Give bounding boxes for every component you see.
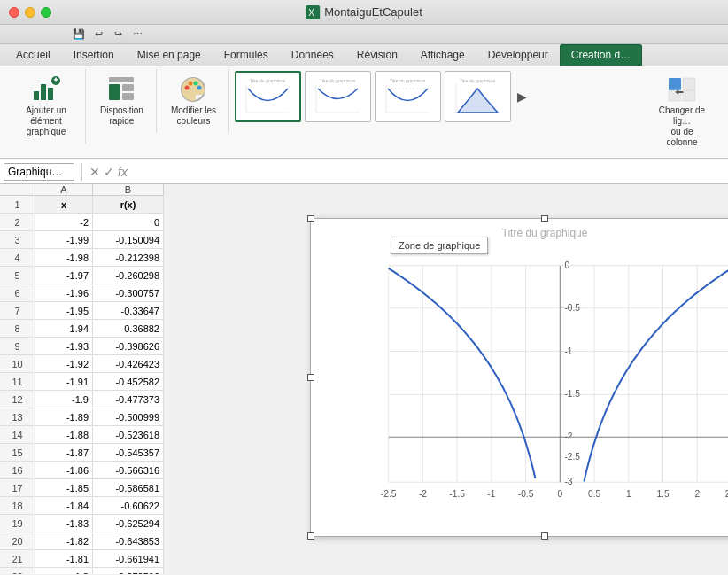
cell-rx-20[interactable]: -0.643853 xyxy=(93,532,164,550)
cell-rx-11[interactable]: -0.452582 xyxy=(93,373,164,391)
row-num-8: 8 xyxy=(0,320,35,338)
col-header-A[interactable]: A xyxy=(35,184,93,195)
row-num-1: 1 xyxy=(0,196,35,214)
cancel-icon[interactable]: ✕ xyxy=(89,165,100,179)
save-btn[interactable]: 💾 xyxy=(71,27,87,43)
ribbon-group-right: Changer de lig… ou de colonne xyxy=(643,69,721,154)
modifier-couleurs-btn[interactable]: Modifier les couleurs xyxy=(166,73,221,129)
cell-x-17[interactable]: -1.85 xyxy=(35,479,93,497)
col-header-B[interactable]: B xyxy=(93,184,164,195)
tab-affichage[interactable]: Affichage xyxy=(409,44,476,66)
svg-text:-3: -3 xyxy=(564,477,572,486)
cell-x-1[interactable]: x xyxy=(35,196,93,214)
cell-x-21[interactable]: -1.81 xyxy=(35,550,93,568)
cell-rx-21[interactable]: -0.661941 xyxy=(93,550,164,568)
ajouter-element-label: Ajouter un élément graphique xyxy=(19,105,73,137)
row-num-19: 19 xyxy=(0,515,35,532)
redo-btn[interactable]: ↪ xyxy=(110,27,126,43)
chart-thumb-2[interactable]: Titre du graphique xyxy=(305,71,371,122)
row-num-18: 18 xyxy=(0,497,35,515)
chart-thumb-3[interactable]: Titre du graphique xyxy=(375,71,441,122)
table-row: -1.92-0.426423 xyxy=(35,355,164,373)
cell-rx-17[interactable]: -0.586581 xyxy=(93,479,164,497)
cell-x-7[interactable]: -1.95 xyxy=(35,302,93,320)
formula-bar: ✕ ✓ fx xyxy=(0,159,728,184)
undo-btn[interactable]: ↩ xyxy=(90,27,106,43)
svg-rect-2 xyxy=(41,84,46,100)
table-row: -1.8-0.679596 xyxy=(35,568,164,574)
tab-insertion[interactable]: Insertion xyxy=(62,44,126,66)
ajouter-element-btn[interactable]: Ajouter un élément graphique xyxy=(14,73,78,140)
cell-x-13[interactable]: -1.89 xyxy=(35,408,93,426)
cell-x-12[interactable]: -1.9 xyxy=(35,391,93,408)
cell-x-22[interactable]: -1.8 xyxy=(35,568,93,574)
cell-x-15[interactable]: -1.87 xyxy=(35,444,93,462)
tab-donnees[interactable]: Données xyxy=(280,44,345,66)
table-row: -1.9-0.477373 xyxy=(35,391,164,408)
cell-rx-9[interactable]: -0.398626 xyxy=(93,338,164,355)
cell-rx-14[interactable]: -0.523618 xyxy=(93,426,164,444)
cell-x-5[interactable]: -1.97 xyxy=(35,267,93,284)
tab-mise-en-page[interactable]: Mise en page xyxy=(126,44,213,66)
cell-x-14[interactable]: -1.88 xyxy=(35,426,93,444)
cell-x-11[interactable]: -1.91 xyxy=(35,373,93,391)
cell-rx-8[interactable]: -0.36882 xyxy=(93,320,164,338)
cell-rx-22[interactable]: -0.679596 xyxy=(93,568,164,574)
cell-x-16[interactable]: -1.86 xyxy=(35,462,93,479)
chart-thumb-1[interactable]: Titre du graphique xyxy=(235,71,301,122)
row-num-15: 15 xyxy=(0,444,35,462)
minimize-button[interactable] xyxy=(25,7,35,18)
table-row: -1.84-0.60622 xyxy=(35,497,164,515)
cell-x-20[interactable]: -1.82 xyxy=(35,532,93,550)
cell-x-8[interactable]: -1.94 xyxy=(35,320,93,338)
maximize-button[interactable] xyxy=(41,7,51,18)
cell-rx-6[interactable]: -0.300757 xyxy=(93,284,164,302)
cell-rx-4[interactable]: -0.212398 xyxy=(93,249,164,267)
changer-ligne-colonne-btn[interactable]: Changer de lig… ou de colonne xyxy=(650,73,714,151)
svg-text:Titre du graphique: Titre du graphique xyxy=(460,78,496,83)
cell-rx-2[interactable]: 0 xyxy=(93,214,164,231)
tab-formules[interactable]: Formules xyxy=(213,44,280,66)
tab-accueil[interactable]: Accueil xyxy=(4,44,62,66)
table-row: -1.96-0.300757 xyxy=(35,284,164,302)
formula-input[interactable] xyxy=(131,166,724,178)
cell-x-2[interactable]: -2 xyxy=(35,214,93,231)
row-num-7: 7 xyxy=(0,302,35,320)
cell-x-10[interactable]: -1.92 xyxy=(35,355,93,373)
svg-text:X: X xyxy=(308,8,314,18)
tab-revision[interactable]: Révision xyxy=(345,44,409,66)
chart-container[interactable]: Titre du graphique Zone de graphique xyxy=(310,218,728,537)
cell-x-9[interactable]: -1.93 xyxy=(35,338,93,355)
cell-x-19[interactable]: -1.83 xyxy=(35,515,93,532)
cell-rx-1[interactable]: r(x) xyxy=(93,196,164,214)
svg-text:-0.5: -0.5 xyxy=(564,303,580,313)
cell-rx-7[interactable]: -0.33647 xyxy=(93,302,164,320)
name-box[interactable] xyxy=(4,163,74,181)
cell-x-18[interactable]: -1.84 xyxy=(35,497,93,515)
tab-creation[interactable]: Création d… xyxy=(560,44,642,66)
more-btn[interactable]: ⋯ xyxy=(129,27,145,43)
cell-rx-12[interactable]: -0.477373 xyxy=(93,391,164,408)
close-button[interactable] xyxy=(9,7,19,18)
cell-x-3[interactable]: -1.99 xyxy=(35,231,93,249)
cell-rx-16[interactable]: -0.566316 xyxy=(93,462,164,479)
cell-rx-19[interactable]: -0.625294 xyxy=(93,515,164,532)
cell-rx-15[interactable]: -0.545357 xyxy=(93,444,164,462)
cell-rx-18[interactable]: -0.60622 xyxy=(93,497,164,515)
cell-rx-10[interactable]: -0.426423 xyxy=(93,355,164,373)
chart-thumb-4[interactable]: Titre du graphique xyxy=(445,71,511,122)
cell-rx-5[interactable]: -0.260298 xyxy=(93,267,164,284)
table-row: -1.91-0.452582 xyxy=(35,373,164,391)
confirm-icon[interactable]: ✓ xyxy=(104,165,114,179)
function-icon[interactable]: fx xyxy=(118,165,128,179)
cell-x-4[interactable]: -1.98 xyxy=(35,249,93,267)
cell-rx-3[interactable]: -0.150094 xyxy=(93,231,164,249)
disposition-rapide-btn[interactable]: Disposition rapide xyxy=(95,73,149,129)
svg-text:Titre du graphique: Titre du graphique xyxy=(320,78,356,83)
table-row: -1.97-0.260298 xyxy=(35,267,164,284)
cell-rx-13[interactable]: -0.500999 xyxy=(93,408,164,426)
table-row: -1.95-0.33647 xyxy=(35,302,164,320)
cell-x-6[interactable]: -1.96 xyxy=(35,284,93,302)
tab-developpeur[interactable]: Développeur xyxy=(476,44,560,66)
scroll-right-arrow[interactable]: ▶ xyxy=(515,74,529,119)
